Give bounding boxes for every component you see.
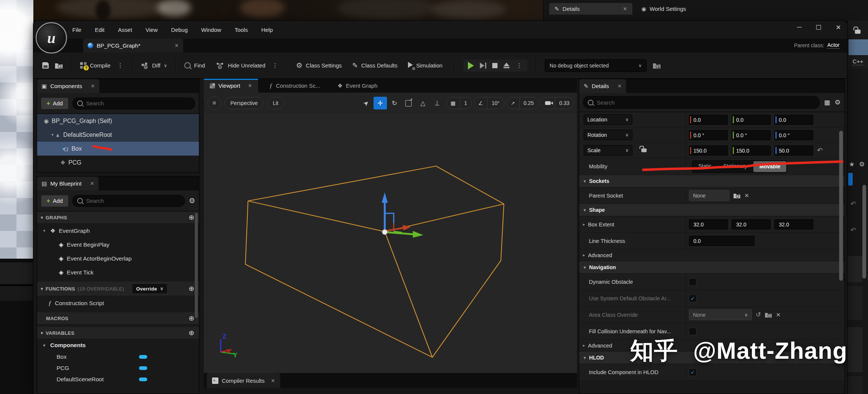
scale-x-field[interactable]: 150.0 [689,145,728,156]
eject-icon[interactable] [503,63,509,68]
unlock-icon[interactable] [641,148,647,152]
reset-icon[interactable]: ↶ [850,200,856,208]
hide-options-icon[interactable]: ⋮ [271,62,279,69]
rotation-dropdown[interactable]: Rotation∨ [584,130,632,140]
browse-socket-icon[interactable] [733,193,741,199]
menu-view[interactable]: View [146,27,158,33]
play-icon[interactable] [468,62,474,69]
line-thickness-field[interactable]: 0.0 [689,236,754,246]
stop-icon[interactable] [492,63,497,68]
mobility-static[interactable]: Static [692,161,717,172]
select-tool-icon[interactable]: ➤ [357,94,375,112]
scale-dropdown[interactable]: Scale∨ [584,145,632,156]
tri-right-icon[interactable]: ▸ [583,222,585,227]
item-event-tick[interactable]: ◈ Event Tick [37,265,199,279]
perspective-button[interactable]: Perspective [225,97,263,109]
rotation-snap-control[interactable]: ∠ 10° [474,97,504,109]
checkbox-checked[interactable]: ✓ [689,369,696,376]
expander-icon[interactable]: ▾ [42,228,47,233]
location-dropdown[interactable]: Location∨ [584,114,632,125]
section-variables[interactable]: ▾ VARIABLES ⊕ [37,327,199,339]
details-settings-icon[interactable]: ⚙ [835,98,841,106]
menu-debug[interactable]: Debug [171,27,188,33]
close-icon[interactable]: ✕ [617,83,621,89]
frame-skip-icon[interactable] [480,63,486,69]
tree-item-box[interactable]: ◻ ✦ Box [37,142,199,156]
use-selected-icon[interactable]: ↺ [756,311,761,319]
close-icon[interactable]: ✕ [90,181,94,186]
section-graphs[interactable]: ▾ GRAPHS ⊕ [37,211,199,224]
tree-item-pcg[interactable]: ❖ PCG [37,156,199,169]
tab-details-background[interactable]: ✎ Details ✕ [549,3,632,15]
checkbox-unchecked[interactable] [689,278,696,286]
box-extent-y-field[interactable]: 32.0 [732,219,771,229]
box-extent-z-field[interactable]: 32.0 [774,219,813,229]
expander-icon[interactable]: ▾ [50,132,55,137]
menu-file[interactable]: File [72,27,81,33]
close-icon[interactable]: ✕ [623,6,627,12]
reset-scale-icon[interactable]: ↶ [817,146,823,154]
menu-asset[interactable]: Asset [118,27,132,33]
section-navigation[interactable]: ▾ Navigation [579,261,844,274]
location-z-field[interactable]: 0.0 [774,115,813,125]
class-defaults-button[interactable]: ✎ Class Defaults [352,61,397,70]
section-sockets[interactable]: ▾ Sockets [579,175,844,187]
minimize-button[interactable]: ─ [797,24,801,31]
browse-area-icon[interactable] [765,312,772,318]
item-eventgraph[interactable]: ▾ ❖ EventGraph [37,224,199,238]
variable-box[interactable]: Box [37,351,199,363]
debug-object-select[interactable]: No debug object selected ∨ [545,59,647,72]
scale-y-field[interactable]: 150.0 [732,145,771,156]
rotate-tool-icon[interactable]: ↻ [388,97,401,109]
section-functions[interactable]: ▾ FUNCTIONS (19 OVERRIDABLE) Override ∨ … [37,282,199,296]
rotation-x-field[interactable]: 0.0 ° [689,130,728,140]
menu-tools[interactable]: Tools [235,27,248,33]
components-search-input[interactable]: Search [72,97,195,109]
parent-class-value[interactable]: Actor [827,42,840,49]
play-options-icon[interactable]: ⋮ [515,62,523,69]
world-space-icon[interactable]: △ [416,97,430,109]
variables-group-components[interactable]: ▾ Components [37,339,199,351]
browse-debug-icon[interactable] [653,62,661,69]
mobility-movable[interactable]: Movable [753,161,786,172]
add-blueprint-item-button[interactable]: + Add [41,195,69,207]
item-construction-script[interactable]: ƒ Construction Script [37,296,199,310]
add-variable-icon[interactable]: ⊕ [189,329,194,337]
reset-icon[interactable]: ↶ [850,226,856,234]
rotation-z-field[interactable]: 0.0 ° [774,130,813,140]
tree-item-root[interactable]: ◉ BP_PCG_Graph (Self) [37,114,199,128]
hide-unrelated-button[interactable]: Hide Unrelated [216,62,265,69]
scale-snap-control[interactable]: ↗ 0.25 [506,97,538,109]
tab-details[interactable]: ✎ Details ✕ [579,79,626,93]
tab-event-graph[interactable]: ❖ Event Graph [332,79,384,93]
tab-components[interactable]: ▣ Components ✕ [37,79,99,93]
location-y-field[interactable]: 0.0 [732,115,771,125]
rotation-y-field[interactable]: 0.0 ° [732,130,771,140]
compile-options-icon[interactable]: ⋮ [117,62,124,69]
clear-socket-icon[interactable]: ✕ [744,192,749,199]
variable-pcg[interactable]: PCG [37,363,199,374]
item-event-beginplay[interactable]: ◈ Event BeginPlay [37,238,199,252]
scale-tool-icon[interactable] [402,97,415,109]
close-icon[interactable]: ✕ [175,43,179,48]
details-search-input[interactable]: Search [583,96,820,109]
menu-edit[interactable]: Edit [95,27,105,33]
menu-help[interactable]: Help [261,27,273,33]
compile-button[interactable]: Compile [80,62,111,69]
scrollbar[interactable] [195,213,198,318]
gear-icon[interactable]: ⚙ [859,160,865,168]
viewport-menu-button[interactable]: ≡ [208,96,221,110]
scale-z-field[interactable]: 50.0 [774,145,813,156]
location-x-field[interactable]: 0.0 [689,115,728,125]
display-filter-icon[interactable]: ▦ [824,99,830,106]
find-button[interactable]: Find [184,62,205,69]
tab-construction-script[interactable]: ƒ Construction Sc... [263,79,326,93]
mobility-stationary[interactable]: Stationary [717,161,753,172]
variable-defaultsceneroot[interactable]: DefaultSceneRoot [37,374,199,385]
scrollbar[interactable] [862,185,866,279]
cpp-label[interactable]: C++ [847,58,868,64]
simulation-button[interactable]: ⚙ Simulation [408,62,442,69]
details-scrollbar[interactable] [839,131,843,281]
surface-snap-icon[interactable]: ⊥ [430,97,444,109]
tab-world-settings[interactable]: ◉ World Settings [636,3,691,15]
